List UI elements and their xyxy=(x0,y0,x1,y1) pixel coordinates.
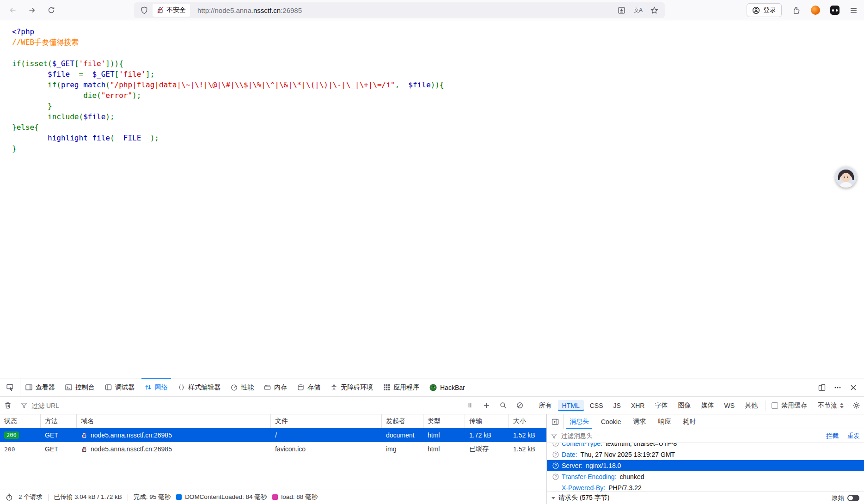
devtools-tab-accessibility[interactable]: 无障碍环境 xyxy=(325,378,378,396)
avatar[interactable] xyxy=(835,166,857,188)
reload-button[interactable] xyxy=(44,3,58,17)
search-requests-button[interactable] xyxy=(496,402,511,409)
devtools-tab-performance[interactable]: 性能 xyxy=(226,378,259,396)
security-chip[interactable]: 不安全 xyxy=(153,4,190,17)
raw-toggle[interactable] xyxy=(847,495,859,501)
devtools-tabs: 查看器控制台调试器网络样式编辑器性能内存存储无障碍环境应用程序HackBar xyxy=(20,378,470,396)
devtools-tab-console[interactable]: 控制台 xyxy=(60,378,100,396)
storage-icon xyxy=(297,384,304,391)
disable-cache[interactable]: 禁用缓存 xyxy=(766,401,813,410)
devtools-tab-styles[interactable]: 样式编辑器 xyxy=(173,378,226,396)
detail-tab-耗时[interactable]: 耗时 xyxy=(677,414,702,429)
detail-tabs: 消息头Cookie请求响应耗时 xyxy=(564,414,702,429)
type-filter-HTML[interactable]: HTML xyxy=(558,400,584,411)
type-filter-CSS[interactable]: CSS xyxy=(586,400,607,411)
headers-filter-input[interactable] xyxy=(560,432,823,440)
throttle-select[interactable]: 不节流 xyxy=(813,401,848,410)
responsive-mode-button[interactable] xyxy=(815,381,829,395)
login-button[interactable]: 登录 xyxy=(747,3,782,17)
code-line: if(isset($_GET['file'])){ xyxy=(12,58,864,69)
type-filter-XHR[interactable]: XHR xyxy=(627,400,649,411)
help-icon-slot[interactable]: ? xyxy=(550,462,562,469)
back-button[interactable] xyxy=(6,3,19,17)
shield-icon[interactable] xyxy=(141,6,148,14)
funnel-icon xyxy=(21,402,27,409)
column-header-状态[interactable]: 状态 xyxy=(0,414,41,428)
security-label: 不安全 xyxy=(166,6,186,14)
funnel-icon xyxy=(551,433,557,439)
header-row[interactable]: ?Transfer-Encoding:chunked xyxy=(547,471,864,482)
type-filter-其他[interactable]: 其他 xyxy=(741,400,762,412)
type-filter-图像[interactable]: 图像 xyxy=(674,400,695,412)
detail-split-button[interactable] xyxy=(547,414,564,429)
extension-thumb-icon[interactable] xyxy=(792,6,801,15)
help-icon: ? xyxy=(552,474,559,480)
menu-icon[interactable] xyxy=(850,6,858,14)
type-filter-JS[interactable]: JS xyxy=(609,400,625,411)
devtools-tab-debugger[interactable]: 调试器 xyxy=(100,378,140,396)
resend-link[interactable]: 重发 xyxy=(847,432,860,440)
url-filter-input[interactable] xyxy=(31,401,458,410)
url-bar[interactable]: 不安全 http://node5.anna.nssctf.cn:26985 文A xyxy=(134,2,665,18)
devtools-tab-inspector[interactable]: 查看器 xyxy=(20,378,60,396)
element-picker-button[interactable] xyxy=(0,378,20,396)
more-options-button[interactable] xyxy=(831,381,845,395)
extension-dark-icon[interactable] xyxy=(830,6,839,15)
help-icon-slot[interactable]: ? xyxy=(550,451,562,458)
lockslash-icon xyxy=(81,446,87,453)
header-row[interactable]: ?Server:nginx/1.18.0 xyxy=(547,460,864,471)
help-icon: ? xyxy=(552,443,559,447)
help-icon-slot[interactable]: ? xyxy=(550,443,562,447)
pause-traffic-button[interactable] xyxy=(462,402,478,408)
header-row[interactable]: ?Content-Type:text/html; charset=UTF-8 xyxy=(547,443,864,449)
network-settings-button[interactable] xyxy=(848,397,864,414)
request-headers-section[interactable]: 请求头 (575 字节) 原始 xyxy=(547,492,864,504)
devtools-tab-storage[interactable]: 存储 xyxy=(292,378,325,396)
request-row[interactable]: 200GETnode5.anna.nssctf.cn:26985favicon.… xyxy=(0,442,546,456)
method-cell: GET xyxy=(41,428,77,442)
translate-icon[interactable]: 文A xyxy=(634,6,642,14)
column-header-传输[interactable]: 传输 xyxy=(465,414,509,428)
application-icon xyxy=(383,384,390,391)
request-row[interactable]: 200GETnode5.anna.nssctf.cn:26985/documen… xyxy=(0,428,546,442)
column-header-类型[interactable]: 类型 xyxy=(423,414,465,428)
column-header-域名[interactable]: 域名 xyxy=(77,414,271,428)
header-row[interactable]: X-Powered-By:PHP/7.3.22 xyxy=(547,482,864,492)
type-filter-所有[interactable]: 所有 xyxy=(535,400,556,412)
type-filter-WS[interactable]: WS xyxy=(720,400,739,411)
devtools-tab-memory[interactable]: 内存 xyxy=(259,378,292,396)
devtools-tab-network[interactable]: 网络 xyxy=(140,378,173,396)
block-link[interactable]: 拦截 xyxy=(826,432,839,440)
column-header-大小[interactable]: 大小 xyxy=(509,414,546,428)
response-headers-list: ?Content-Type:text/html; charset=UTF-8?D… xyxy=(547,443,864,492)
column-header-方法[interactable]: 方法 xyxy=(41,414,77,428)
detail-tab-消息头[interactable]: 消息头 xyxy=(564,414,595,429)
devtools-tab-application[interactable]: 应用程序 xyxy=(378,378,424,396)
disable-cache-checkbox[interactable] xyxy=(772,402,778,409)
type-filter-媒体[interactable]: 媒体 xyxy=(697,400,718,412)
tab-label: 性能 xyxy=(241,383,254,392)
column-header-发起者[interactable]: 发起者 xyxy=(382,414,423,428)
extension-fox-icon[interactable] xyxy=(811,6,820,15)
forward-button[interactable] xyxy=(25,3,39,17)
detail-tab-响应[interactable]: 响应 xyxy=(652,414,677,429)
devtools-tab-hackbar[interactable]: HackBar xyxy=(424,378,470,396)
url-text[interactable]: http://node5.anna.nssctf.cn:26985 xyxy=(197,6,302,14)
url-filter[interactable] xyxy=(16,401,462,410)
new-request-button[interactable] xyxy=(479,402,495,408)
type-filters: 所有HTMLCSSJSXHR字体图像媒体WS其他 xyxy=(531,400,766,412)
header-row[interactable]: ?Date:Thu, 27 Nov 2025 13:19:27 GMT xyxy=(547,449,864,460)
close-devtools-button[interactable] xyxy=(846,381,860,395)
bookmark-star-icon[interactable] xyxy=(650,6,658,14)
detail-tab-请求[interactable]: 请求 xyxy=(627,414,652,429)
type-filter-字体[interactable]: 字体 xyxy=(650,400,672,412)
save-page-icon[interactable] xyxy=(618,6,625,14)
column-header-文件[interactable]: 文件 xyxy=(271,414,382,428)
nav-buttons xyxy=(0,3,58,17)
detail-tab-Cookie[interactable]: Cookie xyxy=(595,414,627,429)
console-icon xyxy=(65,384,72,391)
headers-filter[interactable]: 拦截 重发 xyxy=(547,429,864,443)
clear-requests-button[interactable] xyxy=(0,397,16,414)
block-requests-button[interactable] xyxy=(512,402,528,409)
help-icon-slot[interactable]: ? xyxy=(550,474,562,480)
